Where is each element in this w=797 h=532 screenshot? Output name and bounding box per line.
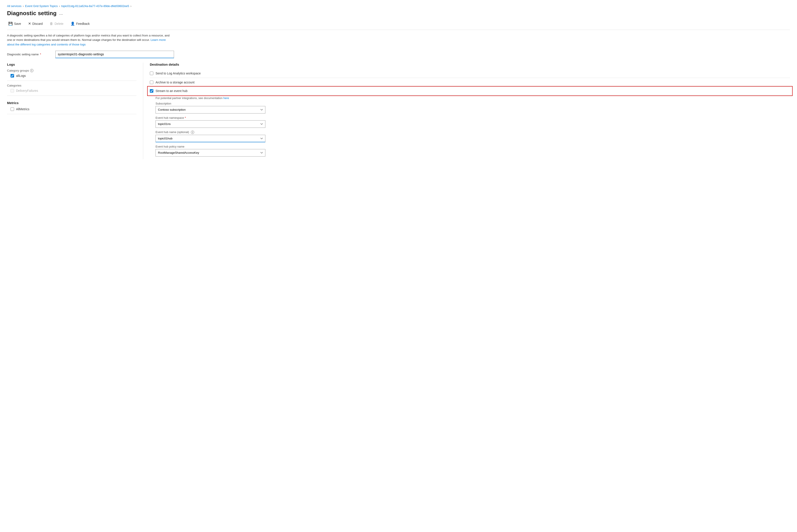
policy-label: Event hub policy name [155, 145, 790, 148]
delivery-failures-row: DeliveryFailures [11, 89, 136, 92]
namespace-select[interactable]: topic01ns [155, 120, 265, 128]
event-hub-subform: For potential partner integrations, see … [155, 96, 790, 159]
delivery-failures-label: DeliveryFailures [16, 89, 38, 92]
log-analytics-option: Send to Log Analytics workspace [150, 69, 790, 78]
logs-divider [7, 80, 136, 81]
event-hub-label[interactable]: Stream to an event hub [155, 89, 188, 93]
all-logs-row: allLogs [11, 74, 136, 77]
partner-text: For potential partner integrations, see … [155, 96, 790, 100]
right-panel: Destination details Send to Log Analytic… [143, 62, 790, 159]
breadcrumb-topic[interactable]: topic01stg-811a624a-8a77-437e-89de-dfeb5… [61, 4, 129, 8]
all-metrics-checkbox[interactable] [11, 107, 14, 111]
policy-field-group: Event hub policy name RootManageSharedAc… [155, 145, 790, 159]
page-title-container: Diagnostic setting ... [7, 10, 790, 17]
main-content: Logs Category groups i allLogs Categorie… [7, 62, 790, 159]
category-groups-label: Category groups i [7, 69, 136, 72]
event-hub-checkbox[interactable] [150, 89, 153, 93]
policy-select[interactable]: RootManageSharedAccessKey [155, 149, 265, 156]
categories-label: Categories [7, 84, 136, 87]
delivery-failures-checkbox[interactable] [11, 89, 14, 92]
category-groups-info-icon[interactable]: i [30, 69, 33, 72]
metrics-section-title: Metrics [7, 101, 136, 105]
delete-button[interactable]: 🗑 Delete [48, 21, 64, 26]
setting-name-row: Diagnostic setting name * [7, 51, 205, 58]
feedback-button[interactable]: 👤 Feedback [69, 21, 91, 26]
logs-section-title: Logs [7, 62, 136, 66]
breadcrumb: All services › Event Grid System Topics … [7, 4, 790, 8]
subscription-select[interactable]: Contoso subscription [155, 106, 265, 114]
subscription-label: Subscription [155, 102, 790, 105]
subscription-field-group: Subscription Contoso subscription [155, 102, 790, 116]
breadcrumb-event-grid[interactable]: Event Grid System Topics [25, 4, 58, 8]
hub-name-info-icon[interactable]: i [191, 131, 194, 134]
destination-title: Destination details [150, 62, 790, 66]
delete-icon: 🗑 [50, 22, 53, 26]
setting-name-label: Diagnostic setting name * [7, 53, 55, 56]
page-title-ellipsis[interactable]: ... [59, 11, 63, 16]
page-title: Diagnostic setting [7, 10, 56, 17]
log-analytics-checkbox[interactable] [150, 72, 153, 75]
hub-name-field-group: Event hub name (optional) i topic01hub [155, 130, 790, 145]
namespace-field-group: Event hub namespace * topic01ns [155, 116, 790, 130]
hub-name-label: Event hub name (optional) i [155, 130, 790, 134]
discard-button[interactable]: ✕ Discard [27, 21, 44, 26]
all-logs-checkbox[interactable] [11, 74, 14, 77]
storage-account-label[interactable]: Archive to a storage account [155, 80, 194, 84]
save-button[interactable]: 💾 Save [7, 21, 22, 26]
description: A diagnostic setting specifies a list of… [7, 33, 174, 47]
metrics-section: Metrics AllMetrics [7, 101, 136, 114]
left-panel: Logs Category groups i allLogs Categorie… [7, 62, 143, 159]
breadcrumb-all-services[interactable]: All services [7, 4, 21, 8]
partner-link[interactable]: here [223, 96, 229, 100]
metrics-divider [7, 114, 136, 114]
storage-account-option: Archive to a storage account [150, 78, 790, 87]
storage-account-checkbox[interactable] [150, 80, 153, 84]
all-metrics-label[interactable]: AllMetrics [16, 107, 30, 111]
description-text: A diagnostic setting specifies a list of… [7, 34, 170, 41]
save-icon: 💾 [8, 21, 13, 26]
setting-name-input[interactable] [55, 51, 174, 58]
discard-icon: ✕ [28, 21, 31, 26]
log-analytics-label[interactable]: Send to Log Analytics workspace [155, 72, 201, 75]
feedback-icon: 👤 [71, 21, 75, 26]
all-metrics-row: AllMetrics [11, 107, 136, 111]
event-hub-option: Stream to an event hub [148, 87, 792, 95]
toolbar: 💾 Save ✕ Discard 🗑 Delete 👤 Feedback [7, 21, 790, 30]
namespace-label: Event hub namespace * [155, 116, 790, 119]
all-logs-label[interactable]: allLogs [16, 74, 26, 77]
hub-name-select[interactable]: topic01hub [155, 135, 265, 142]
